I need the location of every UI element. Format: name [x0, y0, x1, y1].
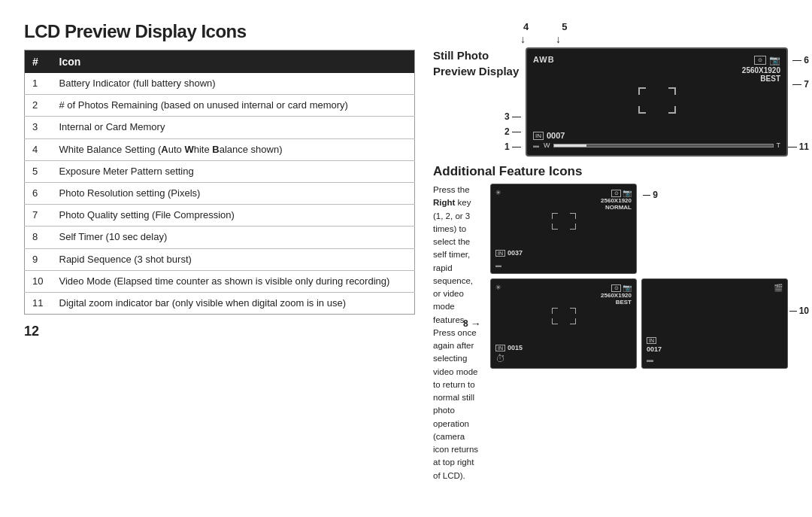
row-num: 3 — [25, 117, 52, 138]
callout-1: 1 — [504, 141, 521, 152]
row-num: 6 — [25, 182, 52, 204]
table-row: 7Photo Quality setting (File Compression… — [25, 205, 415, 227]
row-desc: Photo Resolution setting (Pixels) — [52, 182, 415, 204]
row-desc: Exposure Meter Pattern setting — [52, 160, 415, 182]
row-desc: Rapid Sequence (3 shot burst) — [52, 248, 415, 270]
callout-num-4: 4 — [523, 21, 529, 32]
screen3-count: 0017 — [647, 345, 783, 353]
row-num: 8 — [25, 227, 52, 248]
callout-8-marker: 8 → — [463, 318, 481, 330]
lcd-screen-video: 🎬 IN 0017 ▬ — [641, 278, 788, 369]
right-callouts: 6 7 — [792, 55, 809, 90]
screen2-quality: NORMAL — [495, 204, 632, 211]
screen-self-timer-wrapper: 8 → ✳ ⊙ 📷 — [490, 278, 637, 369]
zoom-bar — [553, 144, 774, 147]
lcd-exposure-icon: ⊙ — [754, 56, 766, 65]
table-row: 1Battery Indicator (full battery shown) — [25, 73, 415, 95]
additional-desc: Press the Right key (1, 2, or 3 times) t… — [433, 184, 483, 482]
additional-screens: ✳ ⊙ 📷 2560X1920 NORMAL — [490, 184, 788, 369]
screen1-resolution: 2560X1920 — [495, 292, 632, 299]
lcd-screen-rapid-seq: ✳ ⊙ 📷 2560X1920 NORMAL — [490, 184, 637, 274]
rapid-seq-top-icons: ✳ — [495, 189, 501, 196]
still-photo-section: 4 5 ↓ ↓ Still Photo Preview Display — [433, 21, 788, 157]
screen1-quality: BEST — [495, 299, 632, 306]
self-timer-icon: ⏱ — [495, 353, 505, 364]
col-header-num: # — [25, 50, 52, 74]
screen2-count: 0037 — [508, 249, 523, 257]
col-header-icon: Icon — [52, 50, 415, 74]
left-callouts: 3 2 1 — [504, 111, 521, 152]
zoom-w-label: W — [544, 141, 550, 149]
row-desc: # of Photos Remaining (based on unused i… — [52, 95, 415, 117]
callout-2: 2 — [504, 126, 521, 137]
table-row: 5Exposure Meter Pattern setting — [25, 160, 415, 182]
focus-brackets — [638, 87, 676, 114]
lcd-awb: AWB — [533, 55, 555, 64]
lcd-wrapper-main: AWB ⊙ 📷 2560X1920 BEST — [526, 47, 788, 157]
table-row: 3Internal or Card Memory — [25, 117, 415, 138]
lcd-screen-main: AWB ⊙ 📷 2560X1920 BEST — [526, 47, 788, 157]
page-number: 12 — [24, 324, 415, 339]
row-desc: Battery Indicator (full battery shown) — [52, 73, 415, 95]
left-column: LCD Preview Display Icons # Icon 1Batter… — [24, 21, 415, 482]
screen2-brackets — [552, 213, 576, 230]
lcd-quality: BEST — [760, 75, 780, 83]
screens-row: ✳ ⊙ 📷 2560X1920 NORMAL — [490, 184, 788, 274]
lcd-screen-self-timer: ✳ ⊙ 📷 2560X1920 BEST — [490, 278, 637, 369]
arrow-5: ↓ — [556, 33, 561, 45]
row-desc: Self Timer (10 sec delay) — [52, 227, 415, 248]
row-desc: Digital zoom indicator bar (only visible… — [52, 292, 415, 314]
row-desc: White Balance Setting (Auto White Balanc… — [52, 138, 415, 160]
callout-7: 7 — [792, 79, 809, 90]
row-desc: Photo Quality setting (File Compression) — [52, 205, 415, 227]
lcd-resolution: 2560X1920 — [742, 66, 780, 75]
screen2-resolution: 2560X1920 — [495, 197, 632, 204]
arrow-4: ↓ — [520, 33, 526, 45]
page-title: LCD Preview Display Icons — [24, 21, 415, 42]
lcd-battery-icon: ▬ — [533, 142, 539, 149]
table-row: 4White Balance Setting (Auto White Balan… — [25, 138, 415, 160]
callout-9-marker: 9 — [643, 190, 658, 200]
lcd-memory-icon: IN — [533, 132, 544, 140]
row-num: 1 — [25, 73, 52, 95]
callout-10-marker: 10 — [789, 306, 809, 316]
still-photo-label: Still Photo Preview Display — [433, 47, 520, 79]
additional-title: Additional Feature Icons — [433, 164, 788, 179]
table-row: 9Rapid Sequence (3 shot burst) — [25, 248, 415, 270]
lcd-count: 0007 — [547, 131, 565, 140]
table-row: 8Self Timer (10 sec delay) — [25, 227, 415, 248]
screen-video-wrapper: 🎬 IN 0017 ▬ — [641, 278, 788, 369]
row-num: 7 — [25, 205, 52, 227]
screens-row-2: 8 → ✳ ⊙ 📷 — [490, 278, 788, 369]
screen-rapid-seq-wrapper: ✳ ⊙ 📷 2560X1920 NORMAL — [490, 184, 637, 274]
row-num: 9 — [25, 248, 52, 270]
callout-11: 11 — [788, 141, 809, 152]
callout-6: 6 — [792, 55, 809, 65]
row-num: 10 — [25, 270, 52, 292]
table-row: 11Digital zoom indicator bar (only visib… — [25, 292, 415, 314]
lcd-camera-icon: 📷 — [769, 55, 780, 65]
table-row: 10Video Mode (Elapsed time counter as sh… — [25, 270, 415, 292]
callout-num-5: 5 — [562, 21, 567, 32]
icon-table: # Icon 1Battery Indicator (full battery … — [24, 50, 415, 315]
table-row: 2# of Photos Remaining (based on unused … — [25, 95, 415, 117]
row-num: 2 — [25, 95, 52, 117]
table-row: 6Photo Resolution setting (Pixels) — [25, 182, 415, 204]
row-num: 4 — [25, 138, 52, 160]
additional-section: Additional Feature Icons Press the Right… — [433, 164, 788, 482]
right-column: 4 5 ↓ ↓ Still Photo Preview Display — [433, 21, 788, 482]
row-desc: Internal or Card Memory — [52, 117, 415, 138]
row-desc: Video Mode (Elapsed time counter as show… — [52, 270, 415, 292]
zoom-t-label: T — [777, 141, 781, 149]
screen1-count: 0015 — [508, 344, 523, 351]
callout-3: 3 — [504, 111, 521, 122]
row-num: 11 — [25, 292, 52, 314]
row-num: 5 — [25, 160, 52, 182]
